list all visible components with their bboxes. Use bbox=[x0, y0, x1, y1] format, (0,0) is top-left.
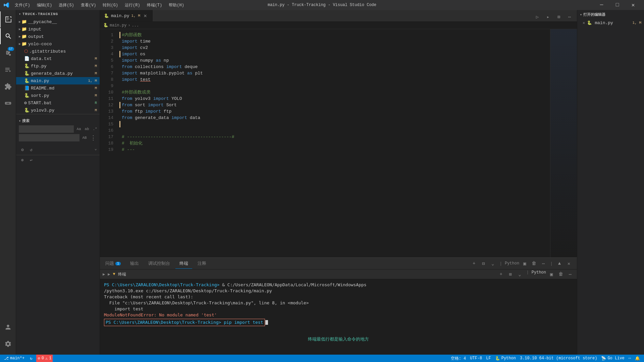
status-eol[interactable]: LF bbox=[485, 355, 492, 362]
status-language[interactable]: 🐍 Python bbox=[494, 355, 517, 362]
terminal-trash[interactable]: 🗑 bbox=[557, 270, 565, 278]
activity-item-accounts[interactable] bbox=[0, 319, 16, 335]
folder-output[interactable]: ▶ 📁 output bbox=[16, 33, 100, 40]
run-dropdown[interactable]: ▸ bbox=[543, 12, 553, 21]
search-input[interactable] bbox=[19, 125, 74, 133]
terminal-split[interactable]: ▣ bbox=[547, 270, 555, 278]
file-sort-py[interactable]: 🐍 sort.py M bbox=[16, 92, 100, 99]
folder-pycache[interactable]: ▶ 📁 __pycache__ bbox=[16, 18, 100, 25]
search-regex[interactable]: .* bbox=[91, 125, 99, 133]
open-editor-close[interactable]: ✕ bbox=[583, 20, 585, 25]
menu-help[interactable]: 帮助(H) bbox=[166, 2, 187, 9]
sidebar-action-2[interactable]: ↺ bbox=[28, 146, 35, 154]
titlebar-menu[interactable]: 文件(F) 编辑(E) 选择(S) 查看(V) 转到(G) 运行(R) 终端(T… bbox=[12, 2, 187, 9]
terminal-add2[interactable]: ⊞ bbox=[506, 270, 515, 278]
panel-tab-comments[interactable]: 注释 bbox=[194, 258, 210, 268]
open-editor-main-py[interactable]: ✕ 🐍 main.py 1, M bbox=[577, 19, 644, 26]
folder-input[interactable]: ▶ 📁 input bbox=[16, 25, 100, 33]
breadcrumb-more[interactable]: ... bbox=[132, 23, 139, 28]
status-sync[interactable]: ↻ bbox=[29, 355, 34, 362]
status-errors[interactable]: ⊘ 0 ⚠ 1 bbox=[36, 355, 53, 362]
activity-bottom bbox=[0, 319, 16, 355]
panel-terminal-dropdown[interactable]: ⌄ bbox=[489, 259, 497, 267]
file-ftp-py[interactable]: 🐍 ftp.py M bbox=[16, 62, 100, 70]
tab-main-py[interactable]: 🐍 main.py 1, M ✕ bbox=[100, 10, 153, 21]
terminal-prompt-line[interactable]: PS C:\Users\ZARALEON\Desktop\Truck-Track… bbox=[104, 319, 573, 326]
activity-item-run[interactable] bbox=[0, 62, 16, 78]
replace-all-btn[interactable]: AB bbox=[81, 134, 88, 141]
menu-run[interactable]: 运行(R) bbox=[122, 2, 143, 9]
run-button[interactable]: ▷ bbox=[533, 12, 542, 21]
search-section-header[interactable]: ▾ 搜索 bbox=[16, 117, 100, 125]
titlebar-controls[interactable]: ─ □ ✕ bbox=[594, 0, 641, 10]
sidebar-history-icon[interactable]: ↩ bbox=[28, 157, 35, 164]
activity-item-settings[interactable] bbox=[0, 336, 16, 352]
panel-tab-problems[interactable]: 问题 1 bbox=[101, 258, 125, 268]
split-editor[interactable]: ⊞ bbox=[554, 12, 564, 21]
close-button[interactable]: ✕ bbox=[626, 0, 641, 10]
replace-options-btn[interactable]: ⋮ bbox=[90, 134, 97, 141]
code-editor[interactable]: 12345 678910 1112131415 16171819 #内部函数 i… bbox=[100, 29, 577, 257]
menu-edit[interactable]: 编辑(E) bbox=[34, 2, 55, 9]
menu-selection[interactable]: 选择(S) bbox=[56, 2, 77, 9]
status-interpreter[interactable]: 3.10.10 64-bit (microsoft store) bbox=[519, 355, 598, 362]
search-whole-word[interactable]: ab bbox=[83, 125, 91, 133]
file-start-bat[interactable]: ⚙ START.bat R bbox=[16, 99, 100, 107]
activity-item-extensions[interactable] bbox=[0, 78, 16, 95]
panel-more-actions[interactable]: ⋯ bbox=[539, 259, 547, 267]
terminal-dropdown2[interactable]: ⌄ bbox=[516, 270, 524, 278]
more-actions[interactable]: ⋯ bbox=[565, 12, 574, 21]
panel-maximize[interactable]: ▲ bbox=[555, 259, 564, 267]
code-line-14: from generate_data import data bbox=[119, 115, 550, 121]
terminal-add[interactable]: + bbox=[497, 270, 505, 278]
panel-split-v[interactable]: ▣ bbox=[521, 259, 529, 267]
encoding-text: UTF-8 bbox=[470, 356, 482, 361]
file-yolov3-py[interactable]: 🐍 yolov3.py M bbox=[16, 107, 100, 114]
status-spaces[interactable]: 空格: 4 bbox=[449, 355, 468, 362]
status-encoding[interactable]: UTF-8 bbox=[469, 355, 483, 362]
file-readme[interactable]: 📘 README.md M bbox=[16, 84, 100, 92]
file-gitattributes[interactable]: ⬡ .gitattributes bbox=[16, 48, 100, 55]
activity-item-remote[interactable] bbox=[0, 95, 16, 111]
menu-goto[interactable]: 转到(G) bbox=[100, 2, 121, 9]
status-golive[interactable]: 📡 Go Live bbox=[600, 355, 626, 362]
panel-tab-output[interactable]: 输出 bbox=[126, 258, 143, 268]
tab-main-py-badge: 1, M bbox=[131, 14, 140, 18]
panel-kill[interactable]: 🗑 bbox=[530, 259, 538, 267]
activity-item-explorer[interactable] bbox=[0, 11, 16, 27]
replace-input[interactable] bbox=[19, 134, 79, 141]
right-chevron-icon[interactable]: ▾ bbox=[580, 13, 582, 17]
explorer-header[interactable]: ▾ TRUCK-TRACKING bbox=[16, 10, 100, 18]
terminal-content[interactable]: PS C:\Users\ZARALEON\Desktop\Truck-Track… bbox=[100, 279, 577, 355]
tab-close-button[interactable]: ✕ bbox=[142, 13, 148, 19]
sidebar-action-1[interactable]: ⚙ bbox=[19, 146, 26, 154]
menu-terminal[interactable]: 终端(T) bbox=[144, 2, 165, 9]
breadcrumb-file[interactable]: main.py bbox=[110, 23, 126, 28]
file-main-py[interactable]: 🐍 main.py 1, M bbox=[16, 77, 100, 84]
sidebar-collapse-chevron[interactable]: ⌄ bbox=[95, 146, 97, 154]
terminal-line-2: /python3.10.exe c:/Users/ZARALEON/Deskto… bbox=[104, 288, 573, 294]
panel-close[interactable]: ✕ bbox=[565, 259, 573, 267]
menu-view[interactable]: 查看(V) bbox=[78, 2, 99, 9]
status-branch[interactable]: ⎇ main*+ bbox=[3, 355, 26, 362]
panel-split-terminal[interactable]: ⊟ bbox=[479, 259, 487, 267]
sidebar-network-icon[interactable]: ⊕ bbox=[19, 157, 26, 164]
panel-tab-debug-console[interactable]: 调试控制台 bbox=[144, 258, 174, 268]
maximize-button[interactable]: □ bbox=[610, 0, 625, 10]
menu-file[interactable]: 文件(F) bbox=[12, 2, 33, 9]
file-generate-data[interactable]: 🐍 generate_data.py M bbox=[16, 70, 100, 77]
folder-yolo-coco[interactable]: ▶ 📁 yolo-coco bbox=[16, 40, 100, 48]
code-line-19: # --- bbox=[119, 146, 550, 153]
file-data-txt[interactable]: 📄 data.txt M bbox=[16, 55, 100, 62]
code-content[interactable]: #内部函数 import time import cv2 bbox=[117, 29, 550, 257]
activity-item-search[interactable] bbox=[0, 28, 16, 44]
file-readme-label: README.md bbox=[31, 86, 54, 91]
terminal-more[interactable]: ⋯ bbox=[566, 270, 574, 278]
status-remote[interactable]: ↔ bbox=[627, 355, 632, 362]
minimize-button[interactable]: ─ bbox=[594, 0, 609, 10]
search-case-sensitive[interactable]: Aa bbox=[75, 125, 83, 133]
status-notifications[interactable]: 🔔 bbox=[634, 355, 641, 362]
activity-item-source-control[interactable]: 17 bbox=[0, 45, 16, 61]
panel-tab-terminal[interactable]: 终端 bbox=[175, 258, 192, 269]
panel-new-terminal[interactable]: + bbox=[470, 259, 478, 267]
